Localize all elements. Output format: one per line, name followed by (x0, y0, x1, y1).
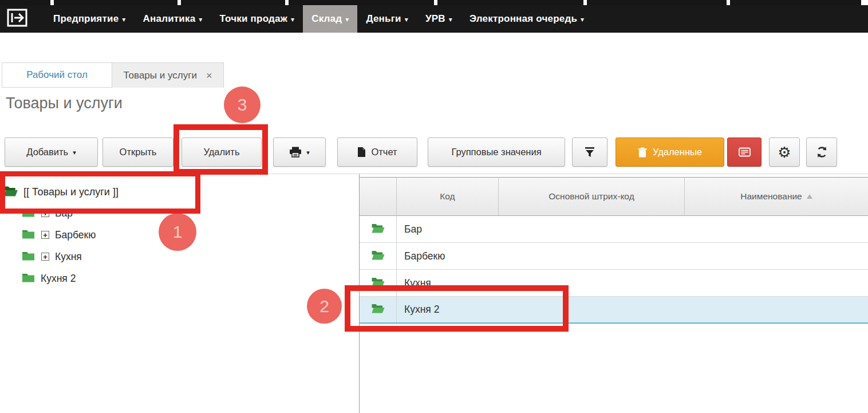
toolbar: Добавить ▾ Открыть Удалить ▾ (5, 137, 837, 167)
menu-item-label: Точки продаж (220, 13, 287, 25)
folder-icon (22, 229, 35, 241)
settings-button[interactable]: ⚙ (769, 137, 800, 167)
column-label: Наименование (740, 191, 802, 202)
chevron-down-icon: ▾ (73, 149, 76, 156)
chevron-down-icon: ▾ (291, 15, 294, 23)
close-icon[interactable]: × (206, 70, 212, 81)
tree-item-bar[interactable]: Бар (22, 202, 359, 224)
chevron-down-icon: ▾ (449, 15, 452, 23)
chevron-down-icon: ▾ (581, 15, 584, 23)
row-name: Кухня 2 (397, 297, 868, 322)
delete-button[interactable]: Удалить (182, 137, 262, 167)
printer-icon (289, 147, 302, 158)
tree-item-label: Бар (55, 207, 73, 219)
content-area: [[ Товары и услуги ]] Бар (0, 174, 868, 413)
window-top-edge (0, 0, 868, 5)
button-label: Открыть (120, 147, 157, 158)
menu-item-urv[interactable]: УРВ ▾ (417, 5, 461, 33)
main-menu-bar: Предприятие ▾ Аналитика ▾ Точки продаж ▾… (0, 5, 868, 33)
table-header: Код Основной штрих-код Наименование (360, 177, 868, 216)
expand-icon[interactable] (41, 231, 49, 239)
column-header-icon[interactable] (360, 178, 397, 215)
open-button[interactable]: Открыть (102, 137, 173, 167)
open-folder-dark-icon (3, 185, 18, 199)
tree-item-kitchen-2[interactable]: Кухня 2 (22, 268, 359, 289)
row-icon-cell (360, 297, 397, 322)
document-icon (357, 147, 366, 158)
table-row[interactable]: Бар (360, 216, 868, 243)
group-values-button[interactable]: Групповые значения (428, 137, 565, 167)
goods-table: Код Основной штрих-код Наименование (359, 174, 868, 413)
table-row[interactable]: Барбекю (360, 243, 868, 270)
chevron-down-icon: ▾ (345, 15, 349, 23)
row-icon-cell (360, 216, 397, 242)
menu-item-enterprise[interactable]: Предприятие ▾ (45, 5, 135, 33)
button-label: Удалить (204, 147, 240, 158)
chevron-down-icon: ▾ (122, 15, 125, 23)
button-label: Добавить (26, 147, 68, 158)
tree-item-barbecue[interactable]: Барбекю (22, 224, 359, 246)
chevron-down-icon: ▾ (199, 15, 202, 23)
column-label: Основной штрих-код (549, 191, 634, 202)
table-row[interactable]: Кухня (360, 270, 868, 297)
menu-item-points-of-sale[interactable]: Точки продаж ▾ (211, 5, 303, 33)
tab-label: Рабочий стол (26, 69, 88, 81)
exit-arrow-icon (7, 9, 27, 29)
row-icon-cell (360, 270, 397, 296)
refresh-icon (815, 145, 828, 159)
folder-icon (22, 250, 35, 263)
deleted-items-button[interactable]: Удаленные (616, 137, 724, 167)
card-list-icon (739, 147, 751, 157)
add-button[interactable]: Добавить ▾ (5, 137, 98, 167)
tab-desktop[interactable]: Рабочий стол (2, 62, 112, 88)
table-row-selected[interactable]: Кухня 2 (360, 297, 868, 324)
trash-icon (638, 147, 647, 158)
open-folder-icon (371, 303, 385, 316)
menu-item-label: Склад (311, 13, 342, 25)
column-header-name[interactable]: Наименование (685, 178, 868, 215)
button-label: Отчет (371, 147, 397, 158)
tab-label: Товары и услуги (124, 70, 197, 81)
tab-bar: Рабочий стол Товары и услуги × (2, 62, 224, 88)
column-label: Код (440, 191, 455, 202)
print-button[interactable]: ▾ (273, 137, 326, 167)
column-header-code[interactable]: Код (397, 178, 499, 215)
row-icon-cell (360, 243, 397, 269)
column-header-barcode[interactable]: Основной штрих-код (499, 178, 685, 215)
filter-button[interactable] (572, 137, 607, 167)
tree-item-label: Кухня 2 (41, 273, 76, 285)
filter-funnel-icon (583, 147, 596, 158)
row-name: Кухня (397, 270, 868, 296)
page-title: Товары и услуги (6, 95, 123, 112)
menu-item-analytics[interactable]: Аналитика ▾ (135, 5, 211, 33)
tab-goods-and-services[interactable]: Товары и услуги × (112, 62, 224, 88)
application-window: Предприятие ▾ Аналитика ▾ Точки продаж ▾… (0, 0, 868, 413)
menu-item-electronic-queue[interactable]: Электронная очередь ▾ (461, 5, 593, 33)
tree-item-kitchen[interactable]: Кухня (22, 246, 359, 268)
report-button[interactable]: Отчет (337, 137, 417, 167)
expand-icon[interactable] (41, 209, 49, 217)
sort-asc-icon (807, 194, 812, 199)
folder-icon (22, 272, 35, 285)
menu-item-label: Электронная очередь (469, 13, 577, 25)
tree-root-label: [[ Товары и услуги ]] (23, 186, 119, 198)
tree-item-label: Барбекю (55, 229, 96, 241)
row-name: Барбекю (397, 243, 868, 269)
nomenclature-card-button[interactable] (727, 137, 762, 167)
menu-item-warehouse[interactable]: Склад ▾ (303, 5, 357, 33)
chevron-down-icon: ▾ (405, 15, 408, 23)
menu-item-money[interactable]: Деньги ▾ (357, 5, 416, 33)
button-label: Удаленные (653, 147, 702, 158)
folder-icon (22, 207, 35, 219)
menu-item-label: УРВ (425, 13, 445, 25)
tree-root-item[interactable]: [[ Товары и услуги ]] (3, 182, 359, 202)
refresh-button[interactable] (806, 137, 837, 167)
expand-icon[interactable] (41, 253, 49, 261)
annotation-step-circle-3: 3 (224, 86, 261, 123)
chevron-down-icon: ▾ (306, 149, 310, 156)
open-folder-icon (371, 223, 385, 236)
button-label: Групповые значения (451, 147, 541, 158)
menu-item-label: Аналитика (143, 13, 196, 25)
category-tree: [[ Товары и услуги ]] Бар (0, 174, 359, 413)
collapse-menu-button[interactable] (0, 5, 35, 33)
